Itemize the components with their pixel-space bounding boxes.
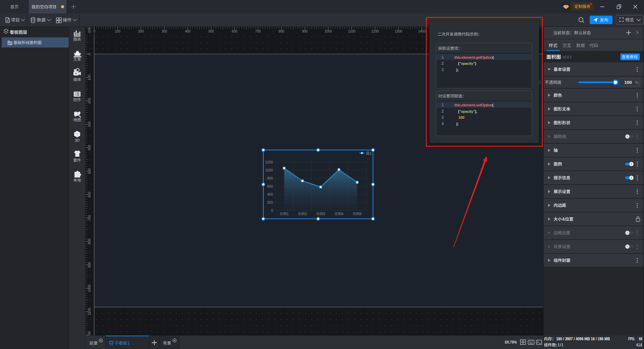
svg-text:2: 2 bbox=[441, 109, 444, 114]
svg-text:1200: 1200 bbox=[371, 30, 379, 33]
svg-text:&: & bbox=[562, 217, 565, 221]
svg-text:1100: 1100 bbox=[88, 308, 91, 315]
svg-text:900: 900 bbox=[88, 262, 91, 267]
svg-text:1: 1 bbox=[370, 151, 372, 155]
svg-text:1400: 1400 bbox=[418, 30, 426, 33]
svg-text:);: ); bbox=[456, 68, 459, 72]
svg-text:60: 60 bbox=[639, 337, 642, 341]
svg-text:1200: 1200 bbox=[265, 160, 273, 164]
svg-text:900: 900 bbox=[302, 30, 308, 33]
svg-text:1: 1 bbox=[441, 55, 444, 60]
svg-text:300: 300 bbox=[88, 121, 91, 127]
svg-text:600: 600 bbox=[88, 192, 91, 197]
svg-text:200: 200 bbox=[138, 30, 144, 33]
svg-text:200: 200 bbox=[88, 98, 91, 104]
svg-text:this.element.getOption(: this.element.getOption( bbox=[454, 55, 494, 59]
svg-text:0: 0 bbox=[271, 208, 273, 212]
svg-text:100: 100 bbox=[624, 80, 632, 85]
svg-text:);: ); bbox=[456, 122, 459, 126]
svg-text:4: 4 bbox=[341, 212, 343, 216]
svg-text:100: 100 bbox=[459, 115, 465, 119]
svg-text:800: 800 bbox=[267, 176, 273, 180]
svg-text:500: 500 bbox=[208, 30, 214, 33]
svg-text:0: 0 bbox=[94, 30, 96, 33]
svg-text:180 / 3907 / 4096 MB 16 / 196: 180 / 3907 / 4096 MB 16 / 196 MB bbox=[556, 337, 610, 341]
svg-text:1000: 1000 bbox=[265, 168, 273, 172]
svg-text:1000: 1000 bbox=[324, 30, 332, 33]
svg-text:3: 3 bbox=[441, 115, 444, 120]
svg-text:69.79%: 69.79% bbox=[505, 340, 517, 345]
svg-text:3D: 3D bbox=[75, 138, 80, 142]
svg-text:1000: 1000 bbox=[88, 284, 91, 292]
svg-text:100: 100 bbox=[115, 30, 120, 33]
svg-text:3: 3 bbox=[323, 212, 325, 216]
svg-text:200: 200 bbox=[267, 200, 273, 204]
svg-text:5: 5 bbox=[360, 212, 362, 216]
svg-text:1: 1 bbox=[287, 212, 289, 216]
svg-text:400: 400 bbox=[88, 145, 91, 150]
svg-text:2: 2 bbox=[305, 212, 307, 216]
svg-text:300: 300 bbox=[162, 30, 167, 33]
svg-text:1: 1 bbox=[441, 103, 444, 107]
svg-text:1300: 1300 bbox=[395, 30, 402, 33]
svg-text:["opacity"]: ["opacity"] bbox=[458, 61, 476, 65]
svg-text:0: 0 bbox=[88, 53, 91, 55]
svg-text:4: 4 bbox=[441, 121, 444, 126]
svg-text:this.element.setOption(: this.element.setOption( bbox=[454, 103, 494, 107]
svg-text:3: 3 bbox=[441, 67, 444, 72]
svg-text:["opacity"],: ["opacity"], bbox=[458, 109, 477, 113]
svg-text:700: 700 bbox=[255, 30, 261, 33]
svg-text:1100: 1100 bbox=[348, 30, 356, 33]
svg-text:400: 400 bbox=[185, 30, 191, 33]
svg-text:1: 1 bbox=[127, 341, 130, 346]
svg-text:700: 700 bbox=[88, 215, 91, 221]
svg-text:1 / 1: 1 / 1 bbox=[558, 343, 563, 347]
svg-text:800: 800 bbox=[279, 30, 284, 33]
svg-text:FPS:: FPS: bbox=[628, 337, 635, 341]
svg-text:800: 800 bbox=[88, 239, 91, 244]
svg-text:100: 100 bbox=[88, 74, 91, 80]
svg-text:400: 400 bbox=[267, 192, 273, 196]
svg-text:2: 2 bbox=[441, 61, 444, 66]
svg-text:%: % bbox=[635, 80, 639, 85]
svg-text:-100: -100 bbox=[88, 27, 91, 34]
svg-text:600: 600 bbox=[232, 30, 237, 33]
svg-text:500: 500 bbox=[88, 168, 91, 174]
svg-text:v0.0.2: v0.0.2 bbox=[563, 55, 572, 59]
svg-text:4.1.6: 4.1.6 bbox=[636, 343, 642, 347]
svg-text:600: 600 bbox=[267, 184, 273, 188]
